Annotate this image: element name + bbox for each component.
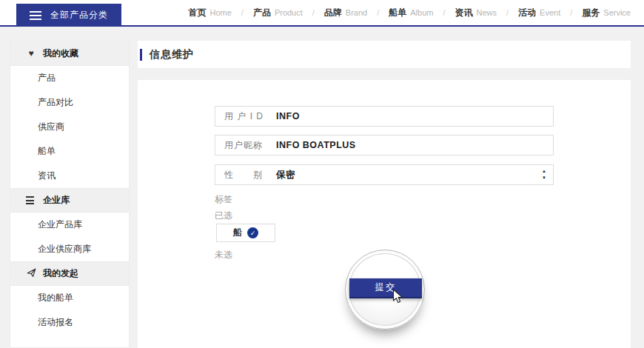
nickname-label: 用户昵称 (224, 139, 270, 152)
sidebar-section-label: 企业库 (43, 194, 70, 207)
check-circle-icon: ✓ (247, 227, 258, 238)
sidebar-section-favorites: ♥ 我的收藏 (10, 41, 129, 66)
sidebar-item-event-registration[interactable]: 活动报名 (10, 310, 129, 335)
nav-separator: / (312, 8, 315, 17)
nav-separator: / (241, 8, 244, 17)
heart-icon: ♥ (26, 49, 36, 58)
nav-home[interactable]: 首页Home (188, 7, 231, 19)
top-header: 全部产品分类 首页Home / 产品Product / 品牌Brand / 船单… (0, 0, 644, 27)
page-title: 信息维护 (150, 48, 194, 61)
sidebar-section-label: 我的发起 (43, 267, 78, 280)
page: 全部产品分类 首页Home / 产品Product / 品牌Brand / 船单… (0, 0, 644, 348)
main-nav: 首页Home / 产品Product / 品牌Brand / 船单Album /… (188, 0, 631, 25)
sidebar-section-enterprise: 企业库 (10, 188, 129, 213)
nav-product[interactable]: 产品Product (253, 7, 303, 19)
sidebar-item-news[interactable]: 资讯 (10, 164, 129, 188)
sidebar-section-label: 我的收藏 (43, 47, 78, 60)
unselected-label: 未选 (215, 249, 232, 261)
nav-separator: / (443, 8, 445, 17)
nav-album[interactable]: 船单Album (389, 7, 433, 19)
form-panel: 用 户 I D INFO 用户昵称 INFO BOATPLUS 性 别 保密 ▲… (138, 80, 631, 348)
submit-button[interactable]: 提交 (349, 278, 422, 298)
all-categories-label: 全部产品分类 (50, 9, 108, 21)
all-categories-button[interactable]: 全部产品分类 (16, 4, 121, 27)
sidebar-item-enterprise-products[interactable]: 企业产品库 (10, 213, 129, 237)
sidebar-item-products[interactable]: 产品 (10, 66, 129, 90)
hamburger-icon (30, 11, 41, 20)
sidebar: ♥ 我的收藏 产品 产品对比 供应商 船单 资讯 企业库 企业产品库 企业供应商… (10, 41, 130, 348)
selected-label: 已选 (215, 210, 232, 222)
nickname-field[interactable]: 用户昵称 INFO BOATPLUS (215, 135, 554, 155)
nav-separator: / (570, 8, 572, 17)
nav-news[interactable]: 资讯News (455, 7, 497, 19)
gender-select[interactable]: 性 别 保密 ▲▼ (215, 164, 554, 185)
sidebar-item-product-compare[interactable]: 产品对比 (10, 90, 129, 115)
gender-label: 性 别 (224, 169, 270, 181)
gender-value: 保密 (276, 169, 295, 181)
select-arrows-icon: ▲▼ (542, 168, 546, 181)
tags-label: 标签 (215, 193, 232, 206)
page-title-bar: 信息维护 (138, 41, 631, 68)
tag-name: 船 (233, 227, 242, 239)
sidebar-section-my-initiations: 我的发起 (10, 261, 129, 286)
selected-tag-boat[interactable]: 船 ✓ (216, 224, 275, 242)
sidebar-item-boat-list[interactable]: 船单 (10, 139, 129, 164)
sidebar-item-suppliers[interactable]: 供应商 (10, 115, 129, 139)
nickname-value: INFO BOATPLUS (276, 140, 356, 150)
nav-separator: / (377, 8, 379, 17)
send-icon (26, 268, 36, 279)
user-id-value: INFO (276, 111, 300, 121)
list-icon (26, 196, 36, 204)
sidebar-item-my-boat-list[interactable]: 我的船单 (10, 286, 129, 310)
user-id-label: 用 户 I D (224, 110, 270, 123)
user-id-field[interactable]: 用 户 I D INFO (215, 106, 554, 127)
nav-separator: / (506, 8, 509, 17)
nav-brand[interactable]: 品牌Brand (324, 7, 367, 19)
sidebar-item-enterprise-suppliers[interactable]: 企业供应商库 (10, 237, 129, 261)
nav-service[interactable]: 服务Service (582, 7, 631, 19)
title-accent-bar (140, 49, 142, 61)
nav-event[interactable]: 活动Event (518, 7, 560, 19)
